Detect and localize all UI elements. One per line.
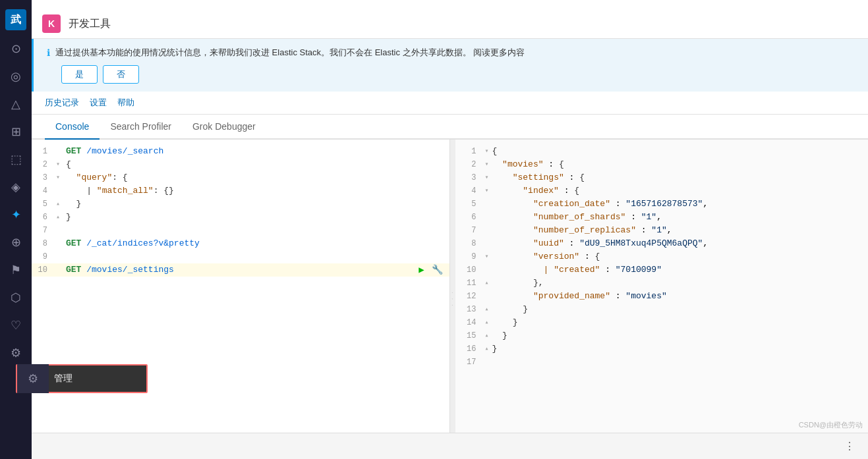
- code-line: 3▾ "query": {: [32, 171, 449, 184]
- sidebar-item-dashboard[interactable]: ⊞: [3, 119, 29, 145]
- sidebar-item-devtools[interactable]: ✦: [3, 202, 29, 228]
- result-panel: 1▾{2▾ "movies" : {3▾ "settings" : {4▾ "i…: [455, 140, 869, 459]
- result-line: 10 | "created" : "7010099": [455, 263, 869, 277]
- result-line: 17: [455, 356, 869, 369]
- code-editor[interactable]: 1GET /movies/_search2▾{3▾ "query": {4 | …: [32, 140, 450, 459]
- result-line: 13▴ }: [455, 303, 869, 316]
- page-title: 开发工具: [69, 17, 111, 31]
- result-line: 8 "uuid" : "dU9_5HM8Txuq4P5QM6aQPQ",: [455, 237, 869, 250]
- result-line: 15▴ }: [455, 329, 869, 342]
- telemetry-banner: ℹ 通过提供基本功能的使用情况统计信息，来帮助我们改进 Elastic Stac…: [32, 39, 868, 92]
- code-line: 4 | "match_all": {}: [32, 184, 449, 198]
- management-panel[interactable]: ⚙ 管理: [16, 364, 148, 393]
- info-icon: ℹ: [47, 47, 50, 58]
- more-options-button[interactable]: ⋮: [842, 439, 857, 454]
- sidebar: 武 ⊙◎△⊞⬚◈✦⊕⚑⬡♡⚙ ⚙ 管理: [0, 0, 32, 459]
- code-line: 8GET /_cat/indices?v&pretty: [32, 237, 449, 250]
- result-line: 1▾{: [455, 145, 869, 158]
- kibana-logo[interactable]: 武: [5, 9, 26, 30]
- banner-yes-button[interactable]: 是: [61, 65, 98, 84]
- tab-console[interactable]: Console: [45, 115, 100, 140]
- toolbar: 历史记录 设置 帮助: [32, 92, 868, 115]
- sidebar-item-discover[interactable]: ◎: [3, 63, 29, 90]
- banner-actions: 是 否: [61, 65, 855, 84]
- main-content: K 开发工具 ℹ 通过提供基本功能的使用情况统计信息，来帮助我们改进 Elast…: [32, 0, 868, 459]
- code-line: 6▴}: [32, 211, 449, 224]
- editor-area: 1GET /movies/_search2▾{3▾ "query": {4 | …: [32, 140, 868, 459]
- settings-link[interactable]: 设置: [90, 97, 107, 109]
- code-line: 7: [32, 224, 449, 237]
- management-gear-icon: ⚙: [17, 364, 49, 393]
- result-line: 14▴ }: [455, 316, 869, 329]
- result-line: 2▾ "movies" : {: [455, 158, 869, 171]
- tab-search-profiler[interactable]: Search Profiler: [100, 115, 182, 140]
- result-lines: 1▾{2▾ "movies" : {3▾ "settings" : {4▾ "i…: [455, 140, 869, 374]
- result-line: 4▾ "index" : {: [455, 184, 869, 198]
- code-line: 9: [32, 250, 449, 263]
- sidebar-item-siem[interactable]: ⚙: [3, 340, 29, 366]
- sidebar-item-visualize[interactable]: △: [3, 91, 29, 117]
- sidebar-item-alerts[interactable]: ⚑: [3, 257, 29, 283]
- sidebar-item-home[interactable]: ⊙: [3, 36, 29, 62]
- code-lines: 1GET /movies/_search2▾{3▾ "query": {4 | …: [32, 140, 449, 282]
- result-line: 7 "number_of_replicas" : "1",: [455, 224, 869, 237]
- result-line: 6 "number_of_shards" : "1",: [455, 211, 869, 224]
- result-line: 11▴ },: [455, 277, 869, 290]
- result-line: 16▴}: [455, 342, 869, 356]
- sidebar-item-canvas[interactable]: ⬚: [3, 146, 29, 173]
- code-line: 5▴ }: [32, 198, 449, 211]
- result-line: 5 "creation_date" : "1657162878573",: [455, 198, 869, 211]
- help-link[interactable]: 帮助: [117, 97, 134, 109]
- bottom-bar: ⋮: [32, 433, 868, 459]
- banner-message: 通过提供基本功能的使用情况统计信息，来帮助我们改进 Elastic Stack。…: [55, 47, 525, 59]
- code-line: 1GET /movies/_search: [32, 145, 449, 158]
- code-line: 10GET /movies/_settings▶🔧: [32, 263, 449, 277]
- banner-text: ℹ 通过提供基本功能的使用情况统计信息，来帮助我们改进 Elastic Stac…: [47, 47, 855, 59]
- tabs-bar: Console Search Profiler Grok Debugger: [32, 115, 868, 140]
- line-settings-button[interactable]: 🔧: [431, 263, 444, 277]
- watermark: CSDN@由橙色劳动: [799, 420, 863, 430]
- sidebar-item-maps[interactable]: ◈: [3, 174, 29, 200]
- banner-no-button[interactable]: 否: [103, 65, 139, 84]
- tab-grok-debugger[interactable]: Grok Debugger: [182, 115, 266, 140]
- sidebar-item-uptime[interactable]: ♡: [3, 312, 29, 338]
- management-label: 管理: [49, 365, 146, 392]
- kibana-brand-logo: K: [42, 14, 61, 33]
- result-line: 3▾ "settings" : {: [455, 171, 869, 184]
- sidebar-item-monitoring[interactable]: ⊕: [3, 229, 29, 256]
- result-line: 12 "provided_name" : "movies": [455, 290, 869, 303]
- run-button[interactable]: ▶: [415, 263, 428, 277]
- code-line: 2▾{: [32, 158, 449, 171]
- header-bar: K 开发工具: [32, 9, 868, 39]
- editor-splitter[interactable]: · · ·: [450, 140, 455, 459]
- history-link[interactable]: 历史记录: [45, 97, 79, 109]
- sidebar-item-ml[interactable]: ⬡: [3, 284, 29, 311]
- result-line: 9▾ "version" : {: [455, 250, 869, 263]
